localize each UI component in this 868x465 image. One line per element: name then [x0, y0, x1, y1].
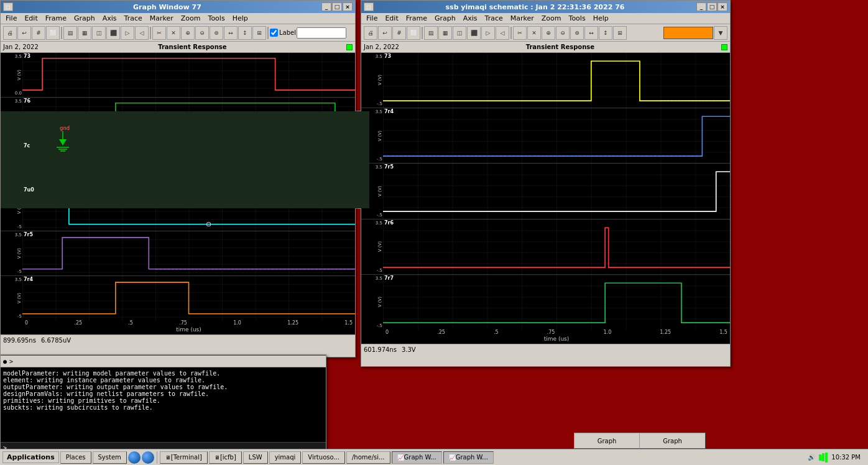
ssb-panel-5[interactable]: 7r7 [383, 275, 730, 329]
menu-frame[interactable]: Frame [42, 14, 70, 23]
tb-b9[interactable]: ✕ [167, 26, 180, 40]
taskbar-places[interactable]: Places [60, 451, 91, 464]
close-button[interactable]: × [343, 2, 353, 11]
icfb-icon: 🖥 [215, 454, 220, 461]
ssb-maximize[interactable]: □ [707, 2, 717, 11]
tb-b13[interactable]: ↔ [224, 26, 238, 40]
ssb-tb-b4[interactable]: ◫ [453, 26, 466, 40]
taskbar-graph-w2[interactable]: 📈 Graph W... [443, 451, 494, 464]
plot-panel-5[interactable]: 7r5 [22, 231, 355, 276]
menu-marker[interactable]: Marker [146, 14, 177, 23]
ssb-panel-2[interactable]: 7r4 [383, 108, 730, 163]
menu-edit[interactable]: Edit [21, 14, 41, 23]
speaker-icon[interactable]: 🔊 [808, 454, 815, 461]
menu-help[interactable]: Help [229, 14, 252, 23]
menu-tools[interactable]: Tools [205, 14, 229, 23]
ssb-minimize[interactable]: _ [696, 2, 706, 11]
menu-file[interactable]: File [2, 14, 21, 23]
bottom-graph-2-text: Graph [663, 438, 682, 444]
tb-b15[interactable]: ⊞ [252, 26, 266, 40]
ssb-menu-marker[interactable]: Marker [507, 14, 538, 23]
label-check[interactable] [270, 29, 278, 37]
minimize-button[interactable]: _ [321, 2, 331, 11]
ssb-status-time: 601.974ns [364, 346, 397, 353]
ssb-menu-trace[interactable]: Trace [481, 14, 507, 23]
bottom-graph-label-1[interactable]: Graph [574, 433, 640, 449]
taskbar-lsw[interactable]: LSW [243, 451, 268, 464]
tb-b12[interactable]: ⊛ [210, 26, 223, 40]
ssb-tb-b11[interactable]: ⊖ [556, 26, 570, 40]
menu-trace[interactable]: Trace [121, 14, 146, 23]
ssb-icon-btn[interactable]: □ [364, 2, 374, 11]
plot-panel-1[interactable]: 73 [22, 53, 355, 98]
maximize-button[interactable]: □ [332, 2, 342, 11]
ssb-plot-area[interactable]: 73 7r4 [383, 53, 730, 329]
ssb-tb-b6[interactable]: ▷ [481, 26, 495, 40]
taskbar-applications[interactable]: Applications [2, 451, 59, 463]
ssb-menu-edit[interactable]: Edit [381, 14, 402, 23]
color-dd-arrow[interactable]: ▼ [714, 26, 727, 40]
ssb-panel-4[interactable]: 7r6 [383, 219, 730, 275]
tb-b6[interactable]: ▷ [121, 26, 134, 40]
ssb-menu-zoom[interactable]: Zoom [538, 14, 565, 23]
ssb-tb-b5[interactable]: ⬛ [467, 26, 481, 40]
taskbar-system[interactable]: System [93, 451, 127, 464]
ssb-panel-3[interactable]: 7r5 [383, 163, 730, 219]
tb-b8[interactable]: ✂ [152, 26, 166, 40]
tb-b7[interactable]: ◁ [135, 26, 149, 40]
menu-axis[interactable]: Axis [99, 14, 121, 23]
tb-b5[interactable]: ⬛ [106, 26, 120, 40]
tb-undo[interactable]: ↩ [17, 26, 31, 40]
ssb-tb-b9[interactable]: ✕ [527, 26, 541, 40]
ssb-tb-b14[interactable]: ↕ [599, 26, 612, 40]
menu-zoom[interactable]: Zoom [177, 14, 205, 23]
globe-icon-2[interactable] [142, 451, 154, 464]
taskbar-home[interactable]: /home/si... [346, 451, 390, 464]
ssb-tb-b15[interactable]: ⊞ [613, 26, 627, 40]
ssb-tb-b1[interactable]: ⬜ [407, 26, 420, 40]
ssb-tb-b3[interactable]: ▦ [438, 26, 452, 40]
ssb-menu-graph[interactable]: Graph [431, 14, 459, 23]
taskbar-icfb[interactable]: 🖥 [icfb] [209, 451, 242, 464]
ssb-tb-undo[interactable]: ↩ [378, 26, 392, 40]
tb-b3[interactable]: ▦ [78, 26, 91, 40]
window-icon-btn[interactable]: □ [3, 2, 13, 11]
ssb-tb-b12[interactable]: ⊛ [570, 26, 584, 40]
globe-icon[interactable] [128, 451, 141, 464]
tb-b2[interactable]: ▤ [63, 26, 77, 40]
ssb-tb-print[interactable]: 🖨 [364, 26, 377, 40]
yimaqi-label: yimaqi [275, 454, 296, 461]
ssb-tb-b7[interactable]: ◁ [496, 26, 509, 40]
ssb-sep1 [422, 27, 423, 39]
ssb-menu-tools[interactable]: Tools [565, 14, 589, 23]
tb-b14[interactable]: ↕ [238, 26, 252, 40]
taskbar-graph-w1[interactable]: 📈 Graph W... [392, 451, 442, 464]
tb-b4[interactable]: ◫ [92, 26, 106, 40]
tb-b1[interactable]: ⬜ [46, 26, 60, 40]
ssb-tb-b13[interactable]: ↔ [584, 26, 598, 40]
ssb-close[interactable]: × [718, 2, 727, 11]
ssb-menu-help[interactable]: Help [589, 14, 612, 23]
ssb-menu-frame[interactable]: Frame [402, 14, 431, 23]
menu-graph[interactable]: Graph [70, 14, 99, 23]
ssb-tb-grid[interactable]: # [392, 26, 406, 40]
ssb-menu-axis[interactable]: Axis [459, 14, 481, 23]
ssb-tb-b10[interactable]: ⊕ [542, 26, 555, 40]
tb-b11[interactable]: ⊖ [195, 26, 209, 40]
graph-w2-icon: 📈 [449, 454, 456, 461]
label-input[interactable] [297, 27, 346, 39]
ssb-tb-b2[interactable]: ▤ [424, 26, 438, 40]
bottom-graph-label-2[interactable]: Graph [639, 433, 706, 449]
taskbar-yimaqi[interactable]: yimaqi [269, 451, 302, 464]
tb-b10[interactable]: ⊕ [181, 26, 195, 40]
ssb-menu-file[interactable]: File [362, 14, 381, 23]
taskbar-virtuoso[interactable]: Virtuoso... [302, 451, 345, 464]
taskbar-terminal[interactable]: 🖥 [Terminal] [160, 451, 208, 464]
ssb-panel-1[interactable]: 73 [383, 53, 730, 108]
tb-print[interactable]: 🖨 [3, 26, 17, 40]
color-dropdown[interactable] [663, 27, 713, 39]
ssb-trace-4 [383, 219, 730, 274]
tb-grid[interactable]: # [32, 26, 45, 40]
ssb-tb-b8[interactable]: ✂ [513, 26, 527, 40]
plot-panel-6[interactable]: 7r4 [22, 276, 355, 320]
